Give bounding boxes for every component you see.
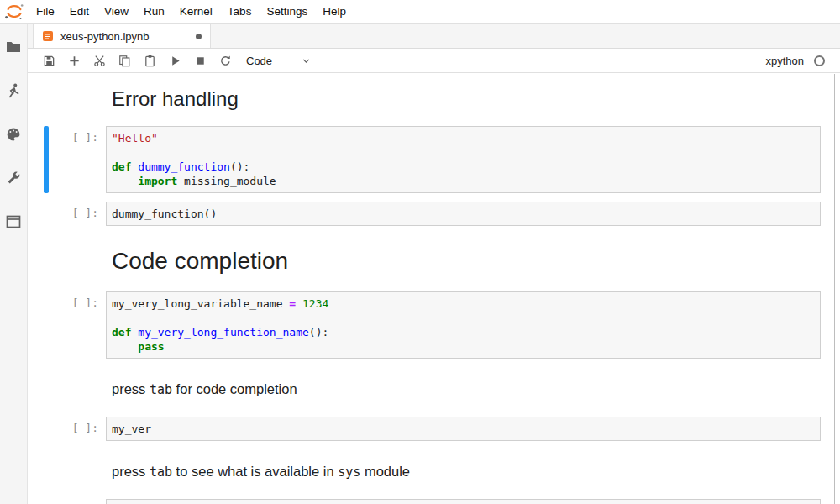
plus-icon: [68, 55, 81, 67]
cell-prompt: [ ]:: [49, 417, 106, 441]
save-button[interactable]: [36, 49, 61, 73]
run-cell-button[interactable]: [162, 49, 187, 73]
cell-type-value: Code: [246, 55, 272, 67]
menu-view[interactable]: View: [97, 0, 136, 23]
stop-icon: [194, 55, 207, 67]
file-browser-icon[interactable]: [5, 39, 22, 55]
markdown-heading: Code completion: [112, 234, 821, 283]
menu-file[interactable]: File: [29, 0, 62, 23]
kernel-name[interactable]: xpython: [765, 55, 804, 67]
code-cell[interactable]: [ ]:"Hello" def dummy_function(): import…: [28, 126, 834, 193]
code-cell[interactable]: [ ]:: [28, 499, 834, 504]
tab-title: xeus-python.ipynb: [60, 30, 196, 43]
dock-tab-bar: xeus-python.ipynb: [28, 24, 840, 49]
run-icon: [169, 55, 181, 67]
cell-prompt: [ ]:: [49, 126, 106, 193]
cut-cells-button[interactable]: [87, 49, 112, 73]
code-cell[interactable]: [ ]:my_ver: [28, 417, 834, 441]
notebook-toolbar: Code xpython: [28, 49, 840, 73]
menu-run[interactable]: Run: [136, 0, 172, 23]
code-input[interactable]: "Hello" def dummy_function(): import mis…: [106, 126, 821, 193]
menu-tabs[interactable]: Tabs: [220, 0, 260, 23]
unsaved-changes-dot[interactable]: [196, 34, 202, 39]
markdown-cell[interactable]: press tab for code completion: [28, 367, 834, 408]
notebook-file-icon: [42, 30, 54, 42]
restart-kernel-button[interactable]: [213, 49, 238, 73]
markdown-paragraph: press tab for code completion: [112, 367, 821, 408]
cell-list: Error handling[ ]:"Hello" def dummy_func…: [28, 74, 834, 504]
menu-bar-items: FileEditViewRunKernelTabsSettingsHelp: [29, 0, 354, 23]
markdown-output[interactable]: Error handling: [106, 81, 821, 118]
menu-help[interactable]: Help: [315, 0, 354, 23]
markdown-heading: Error handling: [112, 81, 821, 118]
code-cell[interactable]: [ ]:my_very_long_variable_name = 1234 de…: [28, 291, 834, 359]
markdown-cell[interactable]: Code completion: [28, 234, 834, 283]
save-icon: [43, 55, 55, 67]
cell-prompt: [ ]:: [49, 291, 106, 359]
markdown-cell[interactable]: press tab to see what is available in sy…: [28, 449, 834, 491]
copy-icon: [118, 55, 131, 67]
paste-icon: [144, 55, 156, 67]
cell-prompt: [49, 234, 106, 283]
left-sidebar: [0, 24, 28, 504]
scissors-icon: [93, 55, 106, 67]
open-tabs-icon[interactable]: [5, 213, 22, 230]
notebook-panel: Error handling[ ]:"Hello" def dummy_func…: [28, 74, 835, 504]
code-input[interactable]: my_ver: [106, 417, 821, 441]
command-palette-icon[interactable]: [5, 126, 22, 143]
jupyter-logo: [0, 1, 29, 23]
markdown-output[interactable]: press tab to see what is available in sy…: [106, 449, 821, 491]
running-sessions-icon[interactable]: [5, 82, 22, 99]
menu-settings[interactable]: Settings: [259, 0, 315, 23]
interrupt-kernel-button[interactable]: [187, 49, 213, 73]
tab-xeus-python-ipynb[interactable]: xeus-python.ipynb: [33, 24, 211, 48]
markdown-cell[interactable]: Error handling: [28, 81, 834, 118]
code-cell[interactable]: [ ]:dummy_function(): [28, 202, 834, 226]
add-cell-button[interactable]: [61, 49, 87, 73]
menu-kernel[interactable]: Kernel: [172, 0, 220, 23]
code-input[interactable]: [106, 499, 821, 504]
cell-prompt: [49, 81, 106, 118]
chevron-down-icon: [301, 55, 312, 66]
code-input[interactable]: my_very_long_variable_name = 1234 def my…: [106, 291, 821, 359]
main-dock-panel: xeus-python.ipynb: [28, 24, 840, 504]
copy-cells-button[interactable]: [112, 49, 137, 73]
cell-prompt: [ ]:: [49, 202, 106, 226]
cell-prompt: [49, 449, 106, 491]
property-inspector-wrench-icon[interactable]: [5, 170, 22, 186]
code-input[interactable]: dummy_function(): [106, 202, 821, 226]
paste-cells-button[interactable]: [137, 49, 162, 73]
menu-bar: FileEditViewRunKernelTabsSettingsHelp: [0, 0, 840, 24]
menu-edit[interactable]: Edit: [62, 0, 97, 23]
kernel-status-indicator[interactable]: [814, 55, 825, 66]
markdown-output[interactable]: Code completion: [106, 234, 821, 283]
jupyter-logo-icon: [3, 1, 25, 23]
markdown-output[interactable]: press tab for code completion: [106, 367, 821, 408]
cell-type-select[interactable]: Code: [246, 55, 312, 67]
restart-icon: [219, 55, 232, 67]
markdown-paragraph: press tab to see what is available in sy…: [112, 449, 821, 491]
cell-prompt: [ ]:: [49, 499, 106, 504]
cell-prompt: [49, 367, 106, 408]
